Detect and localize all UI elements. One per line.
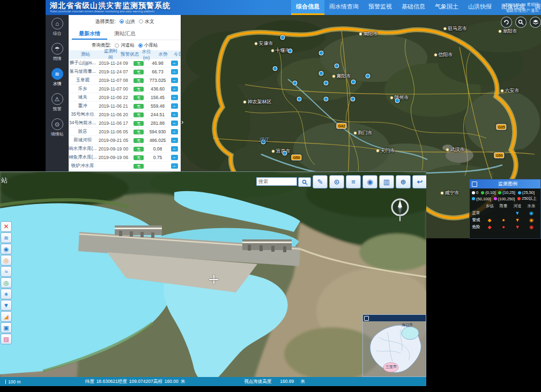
station-name[interactable]: 鲤鱼潭水库(...	[69, 154, 97, 161]
panel-tab[interactable]: 测站汇总	[107, 28, 143, 40]
viewer-tool-icon[interactable]: ≋	[1, 232, 12, 243]
map-city-label[interactable]: 武汉市	[446, 146, 465, 153]
hydro-station-marker-icon[interactable]	[319, 71, 324, 76]
map-city-label[interactable]: 信阳市	[434, 51, 453, 58]
panel-tab[interactable]: 最新水情	[72, 28, 107, 40]
nav-tab[interactable]: 预警监视	[364, 0, 397, 15]
nav-tab[interactable]: 雨水情查询	[324, 0, 364, 15]
map-city-label[interactable]: 神农架林区	[243, 99, 272, 105]
layers-icon[interactable]	[530, 17, 541, 28]
station-name[interactable]: 殷店	[69, 129, 97, 135]
table-row[interactable]: 狮子山(gps... 2019-11-24 09 无 46.98 – 46.99	[69, 59, 181, 67]
hydro-station-marker-icon[interactable]	[283, 151, 287, 156]
map-tool-icon[interactable]: ⊕	[396, 175, 411, 189]
nav-tab[interactable]: 综合信息	[291, 0, 324, 15]
station-name[interactable]: 落马坡雨量...	[69, 69, 97, 75]
hydro-station-marker-icon[interactable]	[395, 99, 400, 103]
hydro-station-marker-icon[interactable]	[319, 51, 324, 56]
map-city-label[interactable]: 安康市	[255, 40, 273, 47]
hydro-station-marker-icon[interactable]	[273, 66, 278, 71]
hydro-station-marker-icon[interactable]	[280, 35, 285, 40]
map-city-label[interactable]: 阜阳市	[499, 28, 517, 35]
table-row[interactable]: 重冲 2019-11-06 21 无 559.48 –	[69, 102, 181, 110]
sidebar-item[interactable]: ⊙ 墒情站	[46, 116, 69, 141]
search-button[interactable]	[298, 177, 311, 187]
sidebar-item[interactable]: ≋ 水情	[46, 65, 69, 91]
station-name[interactable]: 34号闸前水...	[69, 120, 97, 126]
radio-river-station[interactable]: 河道站	[115, 42, 135, 49]
hydro-station-marker-icon[interactable]	[324, 97, 329, 102]
hydro-station-marker-icon[interactable]	[324, 81, 329, 86]
viewer-tool-icon[interactable]: ◎	[1, 255, 12, 266]
hydro-station-marker-icon[interactable]	[366, 74, 370, 79]
close-icon[interactable]: ✕	[1, 221, 12, 232]
table-row[interactable]: 35号闸水位 2019-11-06 20 无 244.51 –	[69, 110, 181, 119]
legend-title-bar[interactable]: 监测图例	[470, 179, 540, 189]
viewer-tool-icon[interactable]: ≈	[1, 266, 12, 277]
nav-tab[interactable]: 山洪快报	[463, 0, 496, 15]
radio-small-reservoir-station[interactable]: 小库站	[138, 42, 158, 49]
viewer-3d-window[interactable]: 站 ✕ ≋ ◉ ◎ ≈ ◎ ∗ ▼ ◢ ▣ ▨	[0, 171, 426, 386]
sidebar-item[interactable]: ⌂ 综合	[46, 15, 69, 40]
sidebar-item[interactable]: ⚠ 预警	[46, 91, 69, 116]
radio-hydrology[interactable]: 水文	[139, 18, 154, 25]
logout-link[interactable]: 退出	[531, 8, 539, 13]
station-name[interactable]: 郧城河坝	[69, 137, 97, 144]
sidebar-item[interactable]: ☂ 雨情	[46, 40, 69, 65]
table-row[interactable]: 城关 2019-11-06 22 无 156.45 –	[69, 93, 181, 102]
table-row[interactable]: 郧城河坝 2019-09-21 05 无 486.025 –	[69, 136, 181, 145]
table-row[interactable]: 玉皇观 2019-11-07 08 无 773.025 –	[69, 76, 181, 85]
map-city-label[interactable]: 十堰市	[271, 47, 290, 54]
table-row[interactable]: 34号闸前水... 2019-11-06 17 无 281.88 –	[69, 119, 181, 127]
map-city-label[interactable]: 驻马店市	[443, 25, 467, 32]
viewer-tool-icon[interactable]: ◉	[1, 244, 12, 254]
table-row[interactable]: 鲤鱼潭水库(... 2019-09-19 06 无 0.75 –	[69, 153, 181, 162]
hydro-station-marker-icon[interactable]	[297, 97, 302, 102]
table-row[interactable]: 响水潭水库(... 2019-09-19 00 无 0.08 –	[69, 145, 181, 153]
hydro-station-marker-icon[interactable]	[351, 97, 355, 102]
viewer-tool-icon[interactable]: ▣	[1, 322, 12, 333]
table-row[interactable]: 乐乡 2019-11-07 00 无 436.60 –	[69, 85, 181, 93]
table-row[interactable]: 落马坡雨量... 2019-11-24 07 无 66.73 –	[69, 67, 181, 76]
map-city-label[interactable]: 六安市	[501, 87, 520, 94]
map-tool-icon[interactable]: ↩	[412, 175, 426, 189]
map-city-label[interactable]: 南阳市	[359, 31, 378, 37]
table-row[interactable]: 铁炉冲水库 无 –	[69, 162, 181, 170]
station-name[interactable]: 狮子山(gps...	[69, 60, 97, 66]
map-city-label[interactable]: 天门市	[376, 147, 395, 154]
search-icon[interactable]	[515, 17, 527, 28]
map-tool-icon[interactable]: ▥	[379, 175, 394, 189]
radio-mountain-flood[interactable]: 山洪	[120, 18, 135, 25]
overview-minimap[interactable]: 海口市 三亚市	[362, 314, 426, 377]
hydro-station-marker-icon[interactable]	[288, 49, 293, 54]
map-city-label[interactable]: 宜昌市	[272, 148, 291, 155]
reset-view-icon[interactable]	[501, 17, 512, 28]
station-name[interactable]: 35号闸水位	[69, 111, 97, 118]
station-name[interactable]: 城关	[69, 94, 97, 101]
station-name[interactable]: 重冲	[69, 103, 97, 109]
map-tool-icon[interactable]: ≡	[346, 175, 361, 189]
map-tool-icon[interactable]: ◉	[362, 175, 377, 189]
station-name[interactable]: 玉皇观	[69, 77, 97, 84]
map-tool-icon[interactable]: ⊙	[329, 175, 344, 189]
viewer-tool-icon[interactable]: ▼	[1, 300, 12, 311]
compass-icon[interactable]	[390, 194, 410, 222]
nav-tab[interactable]: 基础信息	[397, 0, 430, 15]
station-name[interactable]: 乐乡	[69, 86, 97, 92]
table-row[interactable]: 殷店 2019-11-06 05 无 594.930 –	[69, 127, 181, 136]
search-input[interactable]	[256, 177, 297, 186]
hydro-station-marker-icon[interactable]	[335, 64, 339, 69]
map-city-label[interactable]: 襄阳市	[332, 73, 351, 80]
hydro-station-marker-icon[interactable]	[293, 81, 298, 86]
map-city-label[interactable]: 咸宁市	[441, 190, 460, 197]
viewer-tool-icon[interactable]: ▨	[1, 334, 12, 344]
map-tool-icon[interactable]: ✎	[313, 175, 328, 189]
station-name[interactable]: 响水潭水库(...	[69, 146, 97, 152]
viewer-tool-icon[interactable]: ∗	[1, 289, 12, 299]
nav-tab[interactable]: 气象国土	[430, 0, 463, 15]
viewer-tool-icon[interactable]: ◢	[1, 311, 12, 322]
panel-collapse-arrow-icon[interactable]: ›	[181, 118, 183, 126]
map-city-label[interactable]: 荆门市	[354, 130, 373, 137]
station-name[interactable]: 铁炉冲水库	[69, 163, 97, 169]
hydro-station-marker-icon[interactable]	[351, 80, 356, 85]
